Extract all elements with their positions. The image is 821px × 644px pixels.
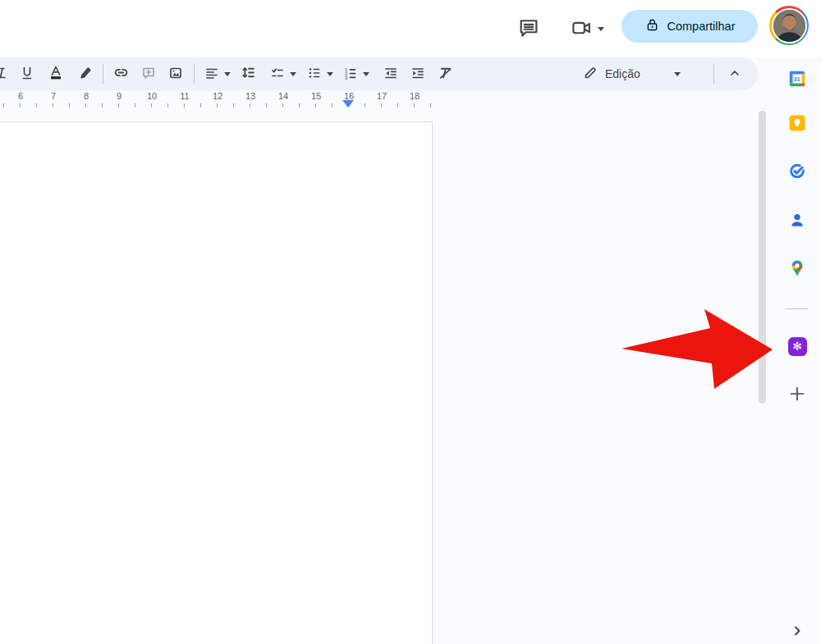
profile-avatar[interactable] <box>769 6 809 45</box>
hide-menus-button[interactable] <box>722 62 747 86</box>
image-icon <box>168 66 183 83</box>
add-comment-button[interactable] <box>136 62 161 86</box>
toolbar-divider <box>713 64 714 84</box>
ruler-number: 17 <box>372 91 392 101</box>
document-page[interactable] <box>0 121 433 644</box>
get-add-ons-button[interactable] <box>787 384 808 405</box>
underline-button[interactable] <box>15 62 39 86</box>
google-calendar-icon: 31 <box>788 70 806 90</box>
indent-marker[interactable] <box>342 100 354 107</box>
checklist-button[interactable] <box>266 62 300 86</box>
editing-mode-selector[interactable]: Edição <box>583 62 681 86</box>
google-contacts-icon <box>788 211 806 231</box>
profile-photo <box>772 8 807 43</box>
numbered-list-icon: 1 2 3 <box>343 66 358 83</box>
ruler-number: 15 <box>306 91 326 101</box>
svg-text:31: 31 <box>793 75 800 82</box>
video-call-icon <box>571 16 593 41</box>
line-spacing-icon <box>241 65 256 83</box>
pencil-icon <box>583 66 598 83</box>
italic-icon <box>0 66 8 83</box>
numbered-list-dropdown-caret <box>363 72 369 76</box>
google-keep-icon <box>788 114 806 135</box>
chatgpt-logo-icon: ✻ <box>788 337 807 356</box>
google-contacts-app[interactable] <box>787 210 808 231</box>
align-left-icon <box>204 66 219 83</box>
comment-history-button[interactable] <box>513 13 544 44</box>
highlight-color-button[interactable] <box>73 62 98 86</box>
add-comment-icon <box>141 66 156 83</box>
decrease-indent-icon <box>383 66 398 83</box>
mode-dropdown-caret <box>674 72 681 76</box>
google-tasks-app[interactable] <box>787 161 808 182</box>
increase-indent-icon <box>410 66 425 83</box>
share-button-label: Compartilhar <box>667 20 736 33</box>
underline-icon <box>20 66 34 83</box>
toolbar-divider <box>103 64 103 84</box>
ruler-number: 12 <box>208 91 227 101</box>
numbered-list-button[interactable]: 1 2 3 <box>339 62 374 86</box>
lock-icon <box>644 17 660 35</box>
ruler-number: 8 <box>76 91 96 101</box>
align-button[interactable] <box>200 62 235 86</box>
link-icon <box>113 65 129 83</box>
ruler-ticks <box>0 103 435 107</box>
top-bar: Compartilhar <box>0 0 821 57</box>
text-color-icon <box>48 65 64 84</box>
hide-side-panel-button[interactable] <box>787 621 808 642</box>
google-calendar-app[interactable]: 31 <box>787 69 808 90</box>
ruler-number: 13 <box>241 91 260 101</box>
editing-mode-label: Edição <box>605 67 640 80</box>
side-panel-divider <box>785 308 808 309</box>
insert-link-button[interactable] <box>108 62 133 86</box>
line-spacing-button[interactable] <box>236 62 260 86</box>
ruler-number: 9 <box>109 91 129 101</box>
video-call-dropdown-caret <box>598 27 604 31</box>
bulleted-list-icon <box>307 66 322 83</box>
ruler-number: 18 <box>405 91 424 101</box>
chatgpt-app-icon[interactable]: ✻ <box>787 336 808 357</box>
checklist-icon <box>270 66 285 83</box>
bulleted-list-dropdown-caret <box>327 72 333 76</box>
chevron-up-icon <box>727 66 742 83</box>
ruler-number: 10 <box>142 91 162 101</box>
google-keep-app[interactable] <box>787 113 808 135</box>
italic-button[interactable] <box>0 62 13 86</box>
toolbar-divider <box>194 64 195 84</box>
insert-image-button[interactable] <box>163 62 188 86</box>
bulleted-list-button[interactable] <box>303 62 337 86</box>
plus-icon <box>788 385 806 405</box>
google-tasks-icon <box>788 162 806 182</box>
chevron-right-icon <box>789 623 805 642</box>
clear-formatting-button[interactable] <box>433 62 457 86</box>
checklist-dropdown-caret <box>290 72 296 76</box>
increase-indent-button[interactable] <box>406 62 430 86</box>
align-dropdown-caret <box>224 72 231 76</box>
ruler: 6789101112131415161718 <box>0 90 435 109</box>
ruler-number: 6 <box>11 91 30 101</box>
google-maps-app[interactable] <box>787 258 808 280</box>
red-arrow <box>621 309 773 389</box>
svg-text:3: 3 <box>345 75 348 80</box>
ruler-number: 11 <box>175 91 195 101</box>
google-maps-icon <box>788 259 806 280</box>
ruler-number: 14 <box>273 91 293 101</box>
ruler-number: 7 <box>44 91 63 101</box>
text-color-button[interactable] <box>44 62 68 86</box>
share-button[interactable]: Compartilhar <box>621 10 758 43</box>
vertical-scrollbar[interactable] <box>759 111 766 404</box>
highlighter-icon <box>78 66 93 83</box>
comment-history-icon <box>517 16 540 42</box>
decrease-indent-button[interactable] <box>378 62 403 86</box>
join-video-call-button[interactable] <box>563 13 611 44</box>
clear-formatting-icon <box>438 65 453 83</box>
